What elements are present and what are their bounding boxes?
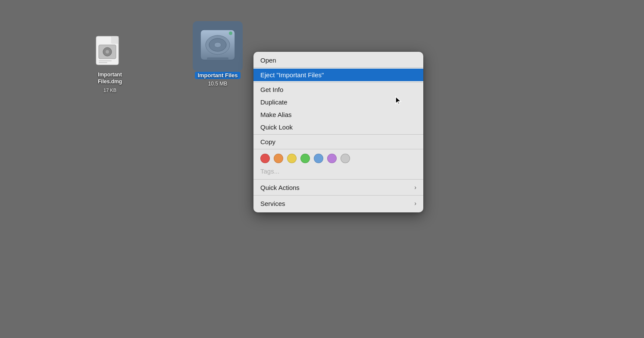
menu-item-eject-label: Eject "Important Files" (260, 71, 324, 79)
menu-separator-5 (253, 179, 423, 180)
services-chevron-icon: › (414, 200, 416, 207)
disk-icon-label: Important Files (195, 72, 240, 79)
desktop-icon-dmg[interactable]: Important Files.dmg 17 KB (86, 35, 134, 93)
menu-item-copy-label: Copy (260, 138, 275, 145)
svg-rect-6 (99, 60, 112, 61)
color-dot-gray[interactable] (341, 154, 350, 163)
menu-item-copy[interactable]: Copy (253, 136, 423, 148)
menu-separator-4 (253, 149, 423, 149)
color-dot-blue[interactable] (314, 154, 323, 163)
disk-icon-image (194, 22, 241, 70)
menu-item-duplicate[interactable]: Duplicate (253, 96, 423, 108)
color-dot-yellow[interactable] (287, 154, 297, 163)
menu-item-open-label: Open (260, 57, 276, 64)
menu-item-eject[interactable]: Eject "Important Files" (253, 69, 423, 81)
menu-item-tags-label: Tags... (260, 167, 279, 175)
menu-item-tags[interactable]: Tags... (253, 167, 423, 178)
menu-item-duplicate-label: Duplicate (260, 98, 288, 106)
color-dot-orange[interactable] (274, 154, 283, 163)
menu-item-open[interactable]: Open (253, 54, 423, 66)
dmg-icon-size: 17 KB (103, 88, 116, 93)
menu-separator-2 (253, 82, 423, 82)
menu-item-get-info-label: Get Info (260, 86, 283, 93)
svg-point-5 (106, 50, 109, 54)
menu-item-services[interactable]: Services › (253, 196, 423, 210)
menu-item-quick-look-label: Quick Look (260, 123, 293, 131)
disk-icon-size: 10.5 MB (208, 81, 228, 87)
dmg-file-icon (93, 35, 127, 69)
menu-item-quick-actions-label: Quick Actions (260, 184, 300, 191)
context-menu: Open Eject "Important Files" Get Info Du… (253, 52, 423, 212)
menu-item-get-info[interactable]: Get Info (253, 83, 423, 96)
menu-item-make-alias-label: Make Alias (260, 111, 292, 118)
svg-rect-7 (99, 62, 107, 63)
color-tags-row (253, 150, 423, 167)
menu-separator-6 (253, 195, 423, 196)
menu-separator-1 (253, 67, 423, 68)
color-dot-red[interactable] (260, 154, 270, 163)
dmg-icon-label: Important Files.dmg (86, 72, 134, 85)
menu-item-services-label: Services (260, 200, 285, 207)
menu-item-quick-actions[interactable]: Quick Actions › (253, 180, 423, 194)
quick-actions-chevron-icon: › (414, 184, 416, 191)
color-dot-green[interactable] (300, 154, 310, 163)
color-dot-purple[interactable] (327, 154, 337, 163)
desktop-icon-disk[interactable]: Important Files 10.5 MB (183, 22, 252, 87)
menu-separator-3 (253, 134, 423, 135)
menu-item-make-alias[interactable]: Make Alias (253, 108, 423, 121)
svg-rect-2 (112, 36, 119, 43)
menu-item-quick-look[interactable]: Quick Look (253, 121, 423, 133)
